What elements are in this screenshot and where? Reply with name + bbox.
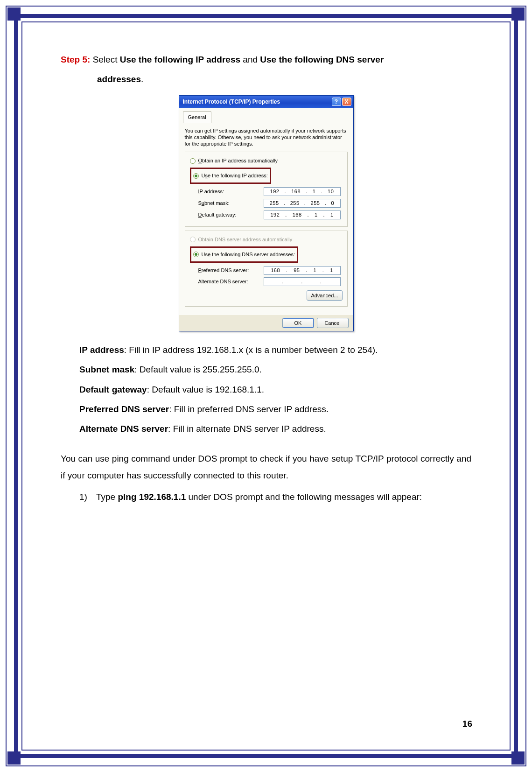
subnet-mask-input[interactable]: 255. 255. 255. 0	[264, 199, 341, 208]
radio-label: Obtain DNS server address automatically	[198, 235, 293, 245]
step-label: Step 5:	[61, 55, 90, 64]
pref-dns-input[interactable]: 168. 95. 1. 1	[264, 266, 341, 275]
list-number: 1)	[79, 489, 96, 505]
radio-label: Use the following DNS server addresses:	[202, 250, 295, 260]
dialog-title: Internet Protocol (TCP/IP) Properties	[183, 97, 331, 107]
close-icon: X	[344, 97, 348, 107]
ip-address-input[interactable]: 192. 168. 1. 10	[264, 187, 341, 196]
cancel-button[interactable]: Cancel	[317, 318, 349, 328]
radio-icon	[190, 158, 196, 164]
step-instruction-cont: addresses.	[61, 71, 471, 88]
field-descriptions: IP address: Fill in IP address 192.168.1…	[61, 342, 471, 437]
radio-label: Obtain an IP address automatically	[198, 156, 278, 166]
advanced-button[interactable]: Advanced...	[307, 290, 342, 301]
radio-icon	[193, 173, 199, 179]
radio-label: Use the following IP address:	[202, 171, 268, 181]
corner-square	[7, 7, 21, 21]
label-default-gateway: Default gateway:	[198, 210, 264, 220]
corner-square	[511, 751, 525, 765]
help-icon: ?	[335, 97, 338, 107]
help-button[interactable]: ?	[332, 98, 341, 106]
label-ip-address: IP address:	[198, 187, 264, 197]
list-item: 1) Type ping 192.168.1.1 under DOS promp…	[79, 489, 471, 505]
label-subnet-mask: Subnet mask:	[198, 198, 264, 208]
ok-button[interactable]: OK	[282, 318, 314, 328]
radio-use-ip[interactable]: Use the following IP address:	[193, 170, 268, 182]
radio-obtain-dns-auto: Obtain DNS server address automatically	[190, 234, 343, 246]
radio-obtain-ip-auto[interactable]: Obtain an IP address automatically	[190, 155, 343, 167]
tab-strip: General	[179, 108, 353, 123]
radio-icon	[190, 237, 196, 242]
page-number: 16	[462, 719, 472, 729]
highlight-use-ip: Use the following IP address:	[190, 168, 271, 184]
tab-general[interactable]: General	[183, 111, 211, 123]
highlight-use-dns: Use the following DNS server addresses:	[190, 246, 299, 263]
dialog-titlebar[interactable]: Internet Protocol (TCP/IP) Properties ? …	[179, 96, 353, 108]
tcpip-properties-dialog: Internet Protocol (TCP/IP) Properties ? …	[179, 95, 354, 331]
corner-square	[7, 751, 21, 765]
close-button[interactable]: X	[342, 98, 351, 106]
ip-group: Obtain an IP address automatically Use t…	[185, 152, 348, 226]
alt-dns-input[interactable]: . . .	[264, 277, 341, 286]
radio-icon	[193, 252, 199, 257]
ping-paragraph: You can use ping command under DOS promp…	[61, 450, 471, 484]
dialog-button-row: OK Cancel	[179, 315, 353, 331]
step-instruction: Step 5: Select Use the following IP addr…	[61, 51, 471, 68]
label-pref-dns: Preferred DNS server:	[198, 266, 264, 275]
radio-use-dns[interactable]: Use the following DNS server addresses:	[193, 249, 295, 260]
numbered-list: 1) Type ping 192.168.1.1 under DOS promp…	[61, 489, 471, 505]
default-gateway-input[interactable]: 192. 168. 1. 1	[264, 211, 341, 219]
page-content: Step 5: Select Use the following IP addr…	[61, 51, 471, 725]
label-alt-dns: Alternate DNS server:	[198, 277, 264, 287]
dns-group: Obtain DNS server address automatically …	[185, 231, 348, 307]
corner-square	[511, 7, 525, 21]
dialog-description: You can get IP settings assigned automat…	[185, 128, 348, 147]
